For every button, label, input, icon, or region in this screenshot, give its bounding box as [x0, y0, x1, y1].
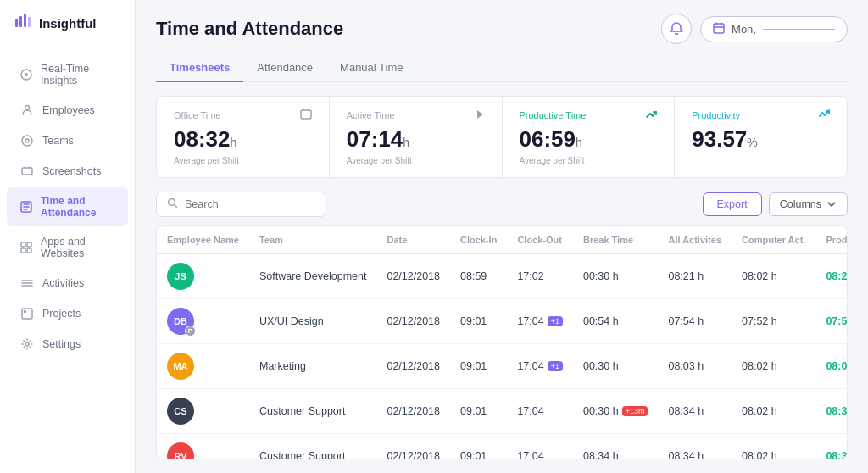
table-row: DB P UX/UI Design 02/12/2018 09:01 17:04… [157, 298, 848, 343]
cell-all-activities: 07:54 h [658, 298, 732, 343]
cell-productive: 08:21 h [815, 253, 848, 298]
sidebar-item-label: Employees [42, 104, 95, 116]
tab-attendance[interactable]: Attendance [243, 54, 326, 82]
col-team: Team [249, 226, 376, 254]
svg-rect-14 [27, 248, 31, 253]
cell-all-activities: 08:03 h [658, 343, 732, 388]
cell-team: Software Development [249, 253, 376, 298]
sidebar-item-real-time-insights[interactable]: Real-Time Insights [7, 55, 128, 94]
date-picker-button[interactable]: Mon, ────────── [700, 16, 848, 42]
page-header: Time and Attendance Mon, ────────── [156, 14, 848, 44]
columns-button[interactable]: Columns [769, 192, 848, 216]
cell-date: 02/12/2018 [376, 298, 450, 343]
cell-clock-in: 09:01 [450, 388, 507, 433]
table-row: MA Marketing 02/12/2018 09:01 17:04+1 00… [157, 343, 848, 388]
sidebar-item-label: Teams [42, 135, 74, 147]
office-time-icon [300, 109, 312, 123]
apps-icon [20, 241, 32, 254]
cell-all-activities: 08:34 h [658, 433, 732, 459]
page-title: Time and Attendance [156, 18, 343, 40]
col-date: Date [376, 226, 450, 254]
active-time-icon [473, 109, 485, 123]
time-attendance-icon [20, 200, 32, 214]
cell-employee-name: MA [157, 343, 249, 388]
col-clock-out: Clock-Out [507, 226, 573, 254]
cell-break-time: 00:30 h [573, 343, 658, 388]
sidebar-item-time-and-attendance[interactable]: Time and Attendance [7, 187, 128, 226]
sidebar-item-settings[interactable]: Settings [7, 330, 128, 359]
cell-employee-name: CS [157, 388, 249, 433]
main-content: Time and Attendance Mon, ────────── Time… [136, 0, 868, 473]
cell-date: 02/12/2018 [376, 433, 450, 459]
sidebar-item-apps-and-websites[interactable]: Apps and Websites [7, 228, 128, 267]
cell-date: 02/12/2018 [376, 253, 450, 298]
active-time-label: Active Time [347, 110, 395, 120]
notifications-button[interactable] [661, 14, 692, 44]
cell-clock-out: 17:04+1 [507, 343, 573, 388]
cell-computer-act: 08:02 h [732, 253, 815, 298]
cell-break-time: 00:30 h+13m [573, 388, 658, 433]
cell-date: 02/12/2018 [376, 343, 450, 388]
cell-computer-act: 08:02 h [732, 388, 815, 433]
sidebar-item-employees[interactable]: Employees [7, 96, 128, 125]
col-employee-name: Employee Name [157, 226, 249, 254]
table-row: CS Customer Support 02/12/2018 09:01 17:… [157, 388, 848, 433]
cell-team: Customer Support [249, 388, 376, 433]
avatar: DB P [167, 308, 194, 335]
sidebar-item-label: Time and Attendance [41, 195, 114, 219]
sidebar-item-label: Real-Time Insights [41, 63, 114, 86]
cell-break-time: 08:34 h [573, 433, 658, 459]
sidebar-item-label: Apps and Websites [41, 236, 114, 259]
cell-clock-in: 09:01 [450, 343, 507, 388]
productivity-icon [818, 109, 830, 123]
cell-clock-in: 08:59 [450, 253, 507, 298]
cell-team: Marketing [249, 343, 376, 388]
avatar: RV P [167, 442, 194, 460]
tab-manual-time[interactable]: Manual Time [326, 54, 416, 82]
sidebar-item-activities[interactable]: Activities [7, 269, 128, 298]
svg-rect-13 [21, 248, 25, 253]
svg-rect-2 [24, 14, 26, 27]
cell-break-time: 00:54 h [573, 298, 658, 343]
cell-break-time: 00:30 h [573, 253, 658, 298]
sidebar-item-screenshots[interactable]: Screenshots [7, 157, 128, 186]
cell-computer-act: 07:52 h [732, 298, 815, 343]
sidebar-item-projects[interactable]: Projects [7, 299, 128, 328]
calendar-icon [713, 22, 725, 36]
sidebar-item-label: Projects [42, 308, 81, 320]
table-actions: Export Columns [703, 192, 848, 216]
sidebar-item-label: Activities [42, 277, 84, 289]
avatar-badge: P [185, 326, 196, 337]
cell-productive: 08:34 h [815, 433, 848, 459]
cell-clock-out: 17:02 [507, 253, 573, 298]
export-button[interactable]: Export [703, 192, 762, 216]
sidebar-item-teams[interactable]: Teams [7, 126, 128, 155]
productivity-label: Productivity [692, 110, 740, 120]
search-box[interactable] [156, 192, 326, 217]
svg-rect-18 [714, 24, 724, 33]
cell-clock-out: 17:04 [507, 388, 573, 433]
avatar: JS [167, 263, 194, 290]
teams-icon [20, 134, 34, 147]
table-controls: Export Columns [156, 192, 848, 217]
tabs-bar: Timesheets Attendance Manual Time [156, 54, 848, 82]
svg-rect-0 [15, 19, 18, 27]
stat-active-time: Active Time 07:14h Average per Shift [330, 97, 503, 177]
col-break-time: Break Time [573, 226, 658, 254]
header-actions: Mon, ────────── [661, 14, 848, 44]
cell-team: UX/UI Design [249, 298, 376, 343]
cell-all-activities: 08:21 h [658, 253, 732, 298]
date-range: ────────── [763, 23, 835, 35]
employees-icon [20, 103, 34, 117]
sidebar-item-label: Settings [42, 338, 81, 350]
tab-timesheets[interactable]: Timesheets [156, 54, 243, 82]
logo-icon [14, 12, 32, 35]
sidebar-logo[interactable]: Insightful [0, 0, 135, 47]
svg-rect-12 [27, 242, 31, 247]
cell-all-activities: 08:34 h [658, 388, 732, 433]
search-input[interactable] [185, 198, 314, 210]
productive-time-label: Productive Time [520, 110, 587, 120]
projects-icon [20, 307, 34, 320]
settings-icon [20, 337, 34, 351]
table-wrapper: Employee Name Team Date Clock-In Clock-O… [156, 225, 848, 460]
